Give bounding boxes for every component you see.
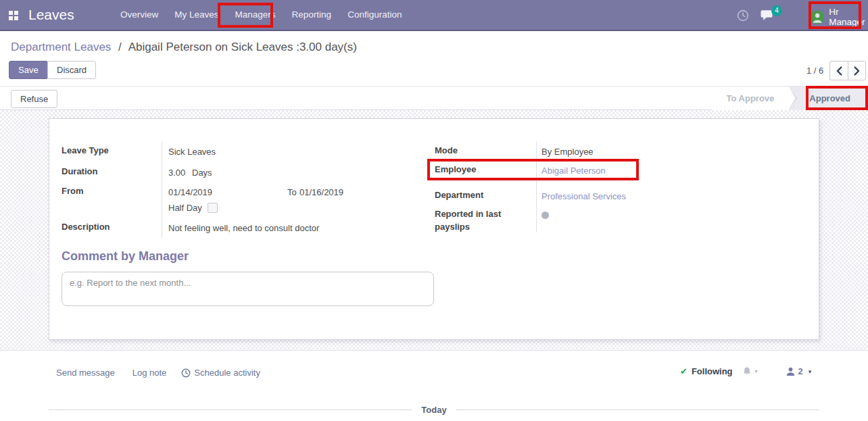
menu-managers[interactable]: Managers <box>227 0 284 30</box>
duration-value: 3.00 <box>168 168 185 178</box>
mode-value: By Employee <box>541 147 594 157</box>
menu-reporting[interactable]: Reporting <box>284 0 340 30</box>
save-button[interactable]: Save <box>9 61 48 79</box>
apps-grid-icon[interactable] <box>9 11 18 20</box>
pager-value: 1 / 6 <box>806 66 823 76</box>
top-navbar: Leaves Overview My Leaves Managers Repor… <box>0 0 868 31</box>
pager-previous-button[interactable] <box>829 61 848 80</box>
app-title: Leaves <box>28 7 74 23</box>
description-value: Not feeling well, need to consult doctor <box>168 223 319 233</box>
employee-label: Employee <box>435 164 476 174</box>
half-day-checkbox[interactable] <box>208 203 218 213</box>
control-panel: Department Leaves / Abigail Peterson on … <box>0 31 868 86</box>
breadcrumb-separator: / <box>118 41 122 53</box>
department-label: Department <box>435 190 483 200</box>
bell-caret-icon: ▾ <box>755 368 758 374</box>
breadcrumb: Department Leaves / Abigail Peterson on … <box>11 41 357 54</box>
today-divider: Today <box>49 405 819 415</box>
group-separator-left <box>162 141 162 238</box>
send-message-button[interactable]: Send message <box>56 368 115 378</box>
log-note-button[interactable]: Log note <box>132 368 167 378</box>
chevron-left-icon <box>836 66 842 76</box>
status-approved[interactable]: Approved <box>789 86 868 110</box>
status-to-approve[interactable]: To Approve <box>712 86 790 110</box>
mode-label: Mode <box>435 145 458 155</box>
to-label: To <box>287 187 297 197</box>
followers-button[interactable]: 2 ▾ <box>786 366 812 376</box>
bell-icon <box>742 366 752 376</box>
form-sheet: Leave Type Sick Leaves Duration 3.00 Day… <box>49 118 819 340</box>
main-menu: Overview My Leaves Managers Reporting Co… <box>112 0 410 30</box>
schedule-clock-icon <box>181 368 191 378</box>
followers-caret-icon: ▾ <box>809 368 812 375</box>
user-menu[interactable]: Hr Manager ▾ <box>811 7 868 27</box>
pager <box>829 61 866 80</box>
following-button[interactable]: Following <box>692 366 733 376</box>
comment-section-title: Comment by Manager <box>62 249 189 264</box>
user-avatar <box>811 9 824 26</box>
from-label: From <box>62 186 84 196</box>
status-steps: To Approve Approved <box>712 86 868 110</box>
department-link[interactable]: Professional Services <box>541 191 626 201</box>
payslips-label: Reported in last payslips <box>435 207 517 233</box>
messages-badge: 4 <box>771 5 782 16</box>
notification-bell-button[interactable]: ▾ <box>742 366 758 376</box>
breadcrumb-current: Abigail Peterson on Sick Leaves :3.00 da… <box>128 41 357 53</box>
followers-count: 2 <box>798 366 803 376</box>
statusbar: Refuse To Approve Approved <box>0 86 868 110</box>
duration-label: Duration <box>62 166 97 176</box>
chatter: Send message Log note Schedule activity … <box>0 350 868 421</box>
chevron-right-icon <box>854 66 860 76</box>
menu-configuration[interactable]: Configuration <box>339 0 410 30</box>
breadcrumb-parent-link[interactable]: Department Leaves <box>11 41 111 53</box>
description-label: Description <box>62 222 110 232</box>
payslips-status-dot <box>541 212 549 219</box>
comment-textarea[interactable] <box>62 272 434 306</box>
app-window: Leaves Overview My Leaves Managers Repor… <box>0 0 868 421</box>
date-from-value: 01/14/2019 <box>168 187 212 197</box>
leave-type-label: Leave Type <box>62 145 109 155</box>
leave-type-value: Sick Leaves <box>168 147 216 157</box>
menu-overview[interactable]: Overview <box>112 0 166 30</box>
group-separator-right <box>536 141 537 232</box>
schedule-activity-label: Schedule activity <box>194 368 260 378</box>
half-day-label: Half Day <box>168 203 202 213</box>
pager-next-button[interactable] <box>848 61 866 80</box>
employee-link[interactable]: Abigail Peterson <box>541 166 606 176</box>
user-name: Hr Manager <box>829 7 868 27</box>
check-icon: ✔ <box>680 366 688 376</box>
today-label: Today <box>421 405 446 415</box>
menu-my-leaves[interactable]: My Leaves <box>166 0 226 30</box>
refuse-button[interactable]: Refuse <box>11 90 57 108</box>
followers-person-icon <box>786 367 795 376</box>
duration-unit: Days <box>192 168 212 178</box>
schedule-activity-button[interactable]: Schedule activity <box>181 368 260 378</box>
date-to-value: 01/16/2019 <box>299 187 343 197</box>
activity-clock-icon[interactable] <box>737 9 749 24</box>
discard-button[interactable]: Discard <box>47 61 96 79</box>
